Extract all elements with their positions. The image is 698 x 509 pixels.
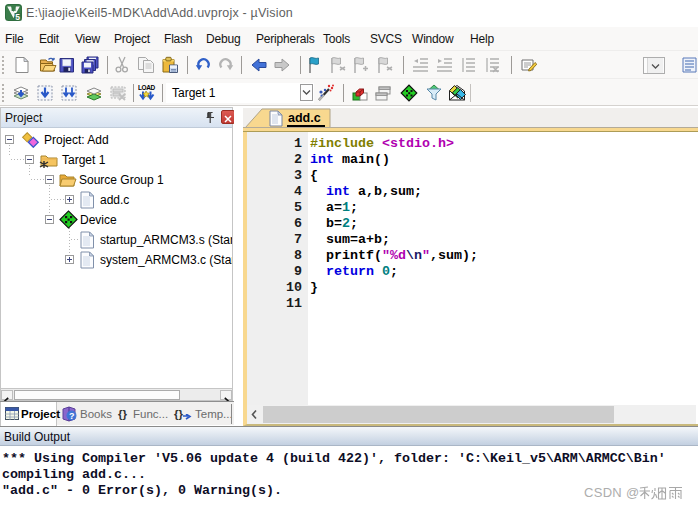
svg-text:LOAD: LOAD [138,84,156,91]
svg-text:5: 5 [15,12,20,21]
svg-text:?: ? [69,411,75,421]
